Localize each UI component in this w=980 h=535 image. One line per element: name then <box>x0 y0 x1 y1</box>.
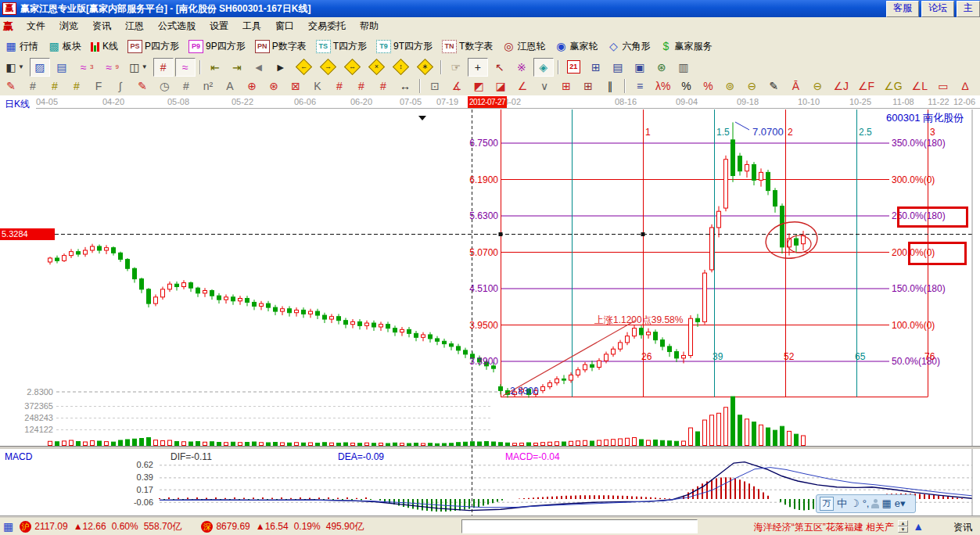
diamond-star-button[interactable]: ∗ <box>414 58 436 77</box>
h-range-tool[interactable]: ↔ <box>395 77 415 95</box>
menu-item-1[interactable]: 浏览 <box>52 17 85 35</box>
l-angle-tool[interactable]: ∠L <box>908 77 932 95</box>
a-mark-tool[interactable]: Ā <box>785 77 806 95</box>
save-button[interactable]: ▣ <box>630 58 650 77</box>
star-circle-tool[interactable]: ⊛ <box>264 77 284 95</box>
ime-toolbar[interactable]: 万中☽°,▦e▾ <box>816 494 916 513</box>
ime-punct-icon[interactable]: °, <box>863 497 870 511</box>
ime-moon-icon[interactable]: ☽ <box>850 497 860 511</box>
ime-mode-icon[interactable]: 万 <box>820 497 834 511</box>
quotes-button[interactable]: ▦行情 <box>1 37 42 56</box>
document-button[interactable]: ▤ <box>52 58 72 77</box>
s-curve-tool[interactable]: ∫ <box>110 77 131 95</box>
last-bar-button[interactable]: ⇥ <box>227 58 247 77</box>
brush-tool[interactable]: ✎ <box>132 77 153 95</box>
diamond-cross-button[interactable]: × <box>365 58 388 77</box>
macd-title[interactable]: MACD <box>5 451 32 462</box>
news-spinner[interactable]: ▲▼ <box>898 520 908 533</box>
quote-table-icon[interactable]: ▦ <box>3 520 13 533</box>
calendar-button[interactable]: 21 <box>563 58 584 77</box>
stock-code-input[interactable] <box>461 519 698 533</box>
candle-style-button[interactable]: ◫▼ <box>124 58 152 77</box>
gann-wheel-button[interactable]: ◎江恩轮 <box>498 37 549 56</box>
p-table-button[interactable]: PNP数字表 <box>251 37 311 56</box>
winner-service-button[interactable]: $赢家服务 <box>655 37 716 56</box>
win-box-tool[interactable]: ▭ <box>933 77 953 95</box>
gold-grid-tool-1[interactable]: # <box>45 77 65 95</box>
fan-box-tool-2[interactable]: ◪ <box>490 77 511 95</box>
menu-item-4[interactable]: 公式选股 <box>151 17 203 35</box>
wave3-button[interactable]: ≈3 <box>74 58 97 77</box>
kline-button[interactable]: K线 <box>87 37 122 56</box>
menu-item-3[interactable]: 江恩 <box>118 17 151 35</box>
ime-browser-icon[interactable]: e▾ <box>895 497 906 511</box>
9p-square-button[interactable]: P99P四方形 <box>185 37 249 56</box>
service-button[interactable]: 客服 <box>886 1 919 17</box>
info-person-icon[interactable]: ▲ <box>913 520 924 533</box>
pattern-window-button[interactable]: ▨ <box>30 58 50 77</box>
winner-wheel-button[interactable]: ◉赢家轮 <box>551 37 601 56</box>
parallel-tool[interactable]: ∥ <box>600 77 620 95</box>
export-button[interactable]: ⊛ <box>652 58 672 77</box>
grid-tool-2[interactable]: # <box>176 77 196 95</box>
win-grid-tool[interactable]: # <box>351 77 372 95</box>
ratio-bars-tool[interactable]: ≡ <box>630 77 650 95</box>
first-bar-button[interactable]: ⇤ <box>205 58 225 77</box>
t-square-button[interactable]: TST四方形 <box>312 37 371 56</box>
calculator-button[interactable]: ⊞ <box>586 58 606 77</box>
forum-button[interactable]: 论坛 <box>921 1 954 17</box>
pct-line-tool[interactable]: % <box>698 77 718 95</box>
sectors-button[interactable]: ▩板块 <box>44 37 85 56</box>
fan-box-tool-1[interactable]: ◩ <box>468 77 489 95</box>
menu-item-6[interactable]: 工具 <box>235 17 268 35</box>
crosshair-tool-button[interactable]: + <box>468 58 488 77</box>
box-grid-tool[interactable]: ⊡ <box>425 77 445 95</box>
flower-tool-button[interactable]: ※ <box>512 58 532 77</box>
gold-line2-tool[interactable]: ⊖ <box>807 77 827 95</box>
v-lines-tool[interactable]: ∨ <box>534 77 555 95</box>
chart-pane[interactable]: 6.7500350.0%(180)6.1900300.0%(0)5.630025… <box>0 110 980 446</box>
g-angle-tool[interactable]: ∠G <box>880 77 906 95</box>
square-target-tool[interactable]: ⊠ <box>285 77 306 95</box>
menu-item-5[interactable]: 设置 <box>203 17 235 35</box>
j-angle-tool[interactable]: ∠J <box>829 77 853 95</box>
hexagon-button[interactable]: ◇六角形 <box>603 37 654 56</box>
notes-button[interactable]: ▤ <box>608 58 628 77</box>
p-square-button[interactable]: PSP四方形 <box>124 37 183 56</box>
gold-line-tool[interactable]: ⊖ <box>741 77 762 95</box>
grid-tool-1[interactable]: # <box>23 77 43 95</box>
k-mark-tool[interactable]: K <box>307 77 328 95</box>
diamond-hboth-button[interactable]: ↔ <box>341 58 364 77</box>
clock-circle-tool[interactable]: ◷ <box>154 77 174 95</box>
pencil-tool[interactable]: ✎ <box>1 77 21 95</box>
prev-bar-button[interactable]: ◄ <box>249 58 269 77</box>
pct-tool[interactable]: % <box>676 77 696 95</box>
menu-item-7[interactable]: 窗口 <box>268 17 301 35</box>
shen-grid-tool[interactable]: # <box>329 77 350 95</box>
brain-tool-button[interactable]: ◈ <box>533 58 554 77</box>
pen2-tool[interactable]: ✎ <box>763 77 784 95</box>
menu-item-8[interactable]: 交易委托 <box>301 17 353 35</box>
9t-square-button[interactable]: T99T四方形 <box>372 37 436 56</box>
n2-tool[interactable]: n² <box>198 77 218 95</box>
compare-button[interactable]: # <box>153 58 174 77</box>
mirror-tool[interactable]: A <box>220 77 240 95</box>
menu-item-0[interactable]: 文件 <box>20 17 52 35</box>
menu-item-2[interactable]: 资讯 <box>85 17 118 35</box>
si-grid-tool[interactable]: # <box>373 77 393 95</box>
grid-tool-4[interactable]: ⊞ <box>578 77 598 95</box>
menu-item-9[interactable]: 帮助 <box>353 17 386 35</box>
diamond-right-button[interactable]: → <box>317 58 339 77</box>
diamond-vboth-button[interactable]: ↕ <box>389 58 412 77</box>
delta-tool[interactable]: ∆ <box>955 77 975 95</box>
timeshare-button[interactable]: ≈ <box>175 58 196 77</box>
angle-lines-tool[interactable]: ∠ <box>512 77 533 95</box>
news-ticker[interactable]: 海洋经济“第五区”花落福建 相关产 <box>754 521 894 534</box>
next-bar-button[interactable]: ► <box>271 58 291 77</box>
info-label[interactable]: 资讯 <box>953 521 972 534</box>
home-button[interactable]: 主 <box>957 1 980 17</box>
gold-circle-tool[interactable]: ⊚ <box>720 77 740 95</box>
f-angle-tool[interactable]: ∠F <box>854 77 878 95</box>
wave9-button[interactable]: ≈9 <box>99 58 122 77</box>
kline-style-button[interactable]: ◧▼ <box>1 58 28 77</box>
